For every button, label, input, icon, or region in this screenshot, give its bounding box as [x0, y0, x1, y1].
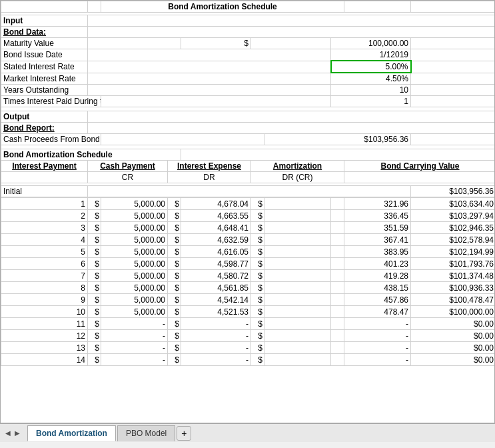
output-label-row: Output [1, 111, 496, 123]
initial-bcv: $103,956.36 [411, 186, 495, 197]
tab-pbo-model[interactable]: PBO Model [117, 425, 175, 441]
col-header-row: Interest Payment Cash Payment Interest E… [1, 161, 496, 172]
nav-arrow-left[interactable]: ◀ [3, 428, 13, 438]
empty-cell [411, 49, 495, 61]
bond-issue-value: 1/12019 [331, 49, 411, 61]
col-header-interest-payment: Interest Payment [1, 161, 88, 172]
tab-pbo-model-label: PBO Model [126, 429, 167, 438]
empty-cell [88, 123, 496, 134]
data-table: 1$5,000.00$4,678.04$321.96$103,634.402$5… [1, 197, 495, 366]
empty-cell [88, 49, 331, 61]
schedule-data-row: 9$5,000.00$4,542.14$457.86$100,478.47 [1, 294, 496, 306]
schedule-label: Bond Amortization Schedule [1, 149, 181, 161]
stated-rate-row: Stated Interest Rate 5.00% [1, 61, 496, 73]
years-value: 10 [331, 85, 411, 96]
sub-header-row: CR DR DR (CR) [1, 172, 496, 183]
times-interest-label: Times Interest Paid During the Year [1, 96, 101, 107]
schedule-data-row: 13$-$-$-$0.00 [1, 342, 496, 354]
empty-cell [88, 85, 331, 96]
schedule-data-row: 4$5,000.00$4,632.59$367.41$102,578.94 [1, 234, 496, 246]
tab-bar: ◀ ▶ Bond Amortization PBO Model + [0, 423, 495, 442]
stated-rate-label: Stated Interest Rate [1, 61, 88, 73]
col-header-bcv: Bond Carrying Value [344, 161, 495, 172]
empty-sub [1, 172, 88, 183]
schedule-data-row: 11$-$-$-$0.00 [1, 318, 496, 330]
col-header-amortization: Amortization [251, 161, 344, 172]
empty-cell [88, 111, 496, 123]
spreadsheet: Bond Amortization Schedule Input Bond Da… [0, 0, 495, 423]
market-rate-label: Market Interest Rate [1, 73, 88, 85]
schedule-data-row: 8$5,000.00$4,561.85$438.15$100,936.33 [1, 282, 496, 294]
empty-cell [101, 134, 264, 145]
maturity-value-row: Maturity Value $ 100,000.00 [1, 38, 496, 49]
empty-cell [88, 1, 101, 13]
years-label: Years Outstanding [1, 85, 88, 96]
main-table: Bond Amortization Schedule Input Bond Da… [1, 1, 495, 197]
maturity-dollar: $ [181, 38, 251, 49]
schedule-data-row: 12$-$-$-$0.00 [1, 330, 496, 342]
market-rate-value: 4.50% [331, 73, 411, 85]
empty-cell [101, 96, 331, 107]
maturity-value: 100,000.00 [331, 38, 411, 49]
input-label: Input [1, 15, 88, 27]
input-label-row: Input [1, 15, 496, 27]
empty-initial [88, 186, 411, 197]
empty-cell [251, 38, 331, 49]
maturity-label: Maturity Value [1, 38, 88, 49]
bond-issue-row: Bond Issue Date 1/12019 [1, 49, 496, 61]
empty-cell [88, 27, 496, 38]
empty-cell [88, 38, 181, 49]
empty-cell [88, 61, 331, 73]
tab-nav-arrows: ◀ ▶ [3, 428, 22, 438]
bond-report-row: Bond Report: [1, 123, 496, 134]
cash-proceeds-row: Cash Proceeds From Bond Issue: $103,956.… [1, 134, 496, 145]
empty-cell [411, 134, 495, 145]
schedule-data-row: 6$5,000.00$4,598.77$401.23$101,793.76 [1, 258, 496, 270]
bond-data-label: Bond Data: [1, 27, 88, 38]
cash-proceeds-label: Cash Proceeds From Bond Issue: [1, 134, 101, 145]
schedule-data-row: 10$5,000.00$4,521.53$478.47$100,000.00 [1, 306, 496, 318]
years-row: Years Outstanding 10 [1, 85, 496, 96]
empty-cell [344, 1, 411, 13]
spreadsheet-title: Bond Amortization Schedule [101, 1, 344, 13]
schedule-data-row: 5$5,000.00$4,616.05$383.95$102,194.99 [1, 246, 496, 258]
schedule-data-row: 14$-$-$-$0.00 [1, 354, 496, 366]
initial-row: Initial $103,956.36 [1, 186, 496, 197]
stated-rate-value[interactable]: 5.00% [331, 61, 411, 73]
cash-proceeds-value: $103,956.36 [264, 134, 411, 145]
empty-cell [411, 73, 495, 85]
bond-issue-label: Bond Issue Date [1, 49, 88, 61]
tab-add-button[interactable]: + [177, 426, 191, 441]
schedule-data-row: 2$5,000.00$4,663.55$336.45$103,297.94 [1, 210, 496, 222]
schedule-label-row: Bond Amortization Schedule [1, 149, 496, 161]
empty-sub2 [344, 172, 495, 183]
nav-arrow-right[interactable]: ▶ [13, 428, 22, 438]
bond-data-row: Bond Data: [1, 27, 496, 38]
times-interest-value: 1 [331, 96, 411, 107]
schedule-data-row: 1$5,000.00$4,678.04$321.96$103,634.40 [1, 198, 496, 210]
empty-cell [181, 149, 496, 161]
schedule-data-row: 3$5,000.00$4,648.41$351.59$102,946.35 [1, 222, 496, 234]
tab-bond-amortization-label: Bond Amortization [36, 429, 107, 438]
bond-report-label: Bond Report: [1, 123, 88, 134]
empty-cell [411, 61, 495, 73]
initial-label: Initial [1, 186, 88, 197]
times-interest-row: Times Interest Paid During the Year 1 [1, 96, 496, 107]
empty-cell [88, 73, 331, 85]
col-header-cash-payment: Cash Payment [88, 161, 168, 172]
title-row: Bond Amortization Schedule [1, 1, 496, 13]
sub-dr: DR [168, 172, 251, 183]
empty-cell [1, 1, 88, 13]
market-rate-row: Market Interest Rate 4.50% [1, 73, 496, 85]
tab-bond-amortization[interactable]: Bond Amortization [27, 425, 116, 441]
empty-cell [411, 96, 495, 107]
sub-cr: CR [88, 172, 168, 183]
add-icon: + [181, 428, 187, 439]
empty-cell [411, 1, 495, 13]
output-label: Output [1, 111, 88, 123]
empty-cell [88, 15, 496, 27]
sub-dr-cr: DR (CR) [251, 172, 344, 183]
col-header-interest-expense: Interest Expense [168, 161, 251, 172]
schedule-data-row: 7$5,000.00$4,580.72$419.28$101,374.48 [1, 270, 496, 282]
empty-cell [411, 38, 495, 49]
